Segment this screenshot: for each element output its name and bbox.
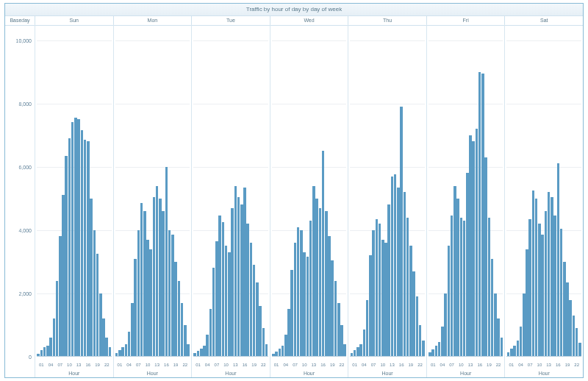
gridline [272,104,347,104]
x-tick-label: 16 [164,363,169,367]
bar [156,186,159,357]
bar [294,243,297,357]
bar [77,119,80,357]
bar [331,260,334,357]
y-axis: 02,0004,0006,0008,00010,000 [5,24,35,377]
gridline [115,167,190,168]
bar [165,167,168,357]
bar [137,230,140,357]
gridline [193,167,268,168]
bar [406,218,409,357]
bar [68,138,71,357]
bar [162,211,165,357]
bar [444,293,447,357]
facet-panel: 0104071013161922Hour [505,24,583,377]
bar [99,293,102,357]
plot-area [429,24,503,357]
x-tick-label: 10 [223,363,229,367]
x-tick-label: 01 [509,363,514,367]
bar [481,74,484,357]
bar [340,325,343,357]
bar [328,236,331,357]
bar [256,282,259,357]
facet-panel: 0104071013161922Hour [114,24,193,377]
bar [237,197,240,357]
bar [566,282,569,357]
bar [394,174,397,357]
bar [372,230,375,357]
plot-area [193,24,268,357]
x-tick-label: 10 [537,363,542,367]
bar [228,252,231,357]
bar [319,208,322,357]
bar [131,303,134,357]
x-tick-label: 22 [182,363,187,367]
bar [484,157,487,357]
bar [325,211,328,357]
bar [419,325,422,357]
bar [456,199,459,357]
x-axis-label: Hour [35,371,113,376]
bar [363,330,366,357]
bar [59,236,62,357]
x-tick-label: 19 [565,363,570,367]
x-tick-label: 01 [431,363,436,367]
bar [334,281,337,357]
bar [218,216,221,357]
x-tick-label: 16 [399,363,404,367]
plot-area [506,24,581,357]
bar [93,230,96,357]
chart-title: Traffic by hour of day by day of week [5,4,583,16]
x-tick-label: 07 [293,363,298,367]
bar [557,163,560,357]
bar [171,235,174,357]
bar [153,197,156,357]
bar [74,118,77,357]
x-tick-label: 04 [49,363,54,367]
bar [343,344,346,357]
bar [563,262,566,357]
bar [379,224,381,357]
y-tick-label: 0 [29,355,32,360]
x-ticks: 0104071013161922 [350,358,425,367]
bar [535,199,538,357]
x-tick-label: 07 [136,363,141,367]
bar [265,344,268,357]
x-tick-label: 16 [556,363,561,367]
x-tick-label: 10 [146,363,151,367]
bar [143,211,146,357]
bar [287,309,290,357]
bar [105,338,108,357]
bar [494,293,497,357]
bar [569,300,572,357]
bar [168,230,171,357]
x-baseline [115,356,190,357]
x-tick-label: 19 [173,363,179,367]
gridline [429,40,503,41]
bar [460,218,463,357]
bar [303,252,306,357]
x-tick-label: 04 [126,363,132,367]
bar [315,199,318,357]
bar [243,188,246,357]
bar [215,241,218,357]
bar [262,328,265,357]
bar [246,224,249,357]
bar [463,221,466,357]
bar [206,335,209,357]
gridline [429,104,503,104]
gridline [193,40,268,41]
bar [337,303,340,357]
bar [284,335,287,357]
x-tick-label: 22 [574,363,579,367]
bar [309,221,312,357]
bar [102,318,105,357]
facet-panel: 0104071013161922Hour [348,24,427,377]
x-axis-label: Hour [348,371,426,376]
gridline [37,40,112,41]
bar [381,240,384,357]
bar [56,281,59,357]
bar [412,271,415,357]
bar [187,344,190,357]
bar [538,224,541,357]
